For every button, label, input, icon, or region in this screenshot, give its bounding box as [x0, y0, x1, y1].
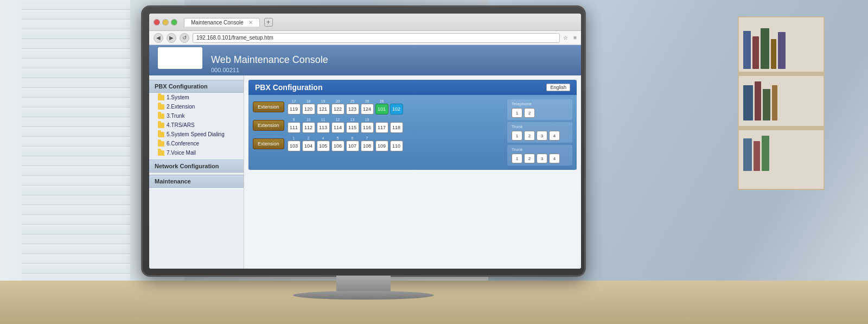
book [761, 28, 769, 69]
blind-line [22, 215, 130, 225]
trunk2-num-3[interactable]: 3 [537, 154, 547, 163]
num-label: 17 [292, 99, 296, 103]
blind-line [22, 244, 130, 254]
num-box[interactable]: 118 [390, 122, 403, 133]
sidebar-item-label: 3.Trunk [167, 113, 185, 119]
sidebar-item-conference[interactable]: 6.Conference [149, 139, 244, 148]
sidebar-section-pbx: PBX Configuration 1.System 2.Extension 3… [149, 80, 244, 157]
num-box[interactable]: 104 [302, 141, 315, 151]
extension-row-3: Extension 1 103 2 104 [253, 136, 504, 151]
sidebar-item-system[interactable]: 1.System [149, 93, 244, 102]
num-cell: 110 [390, 140, 403, 151]
num-box[interactable]: 124 [361, 104, 374, 115]
num-cell: 18 120 [302, 99, 315, 115]
browser-chrome: Maintenance Console ✕ + [149, 14, 581, 31]
address-bar[interactable]: 192.168.0.101/frame_setup.htm [193, 33, 560, 43]
trunk2-num-4[interactable]: 4 [549, 154, 560, 163]
close-btn[interactable] [154, 19, 160, 26]
sidebar-header-pbx[interactable]: PBX Configuration [149, 80, 244, 93]
telephone-section: Telephone 1 2 [507, 99, 572, 120]
blind-line [22, 176, 130, 186]
num-cell: 26 124 [361, 99, 374, 115]
num-label: 20 [336, 99, 340, 103]
num-box[interactable]: 109 [375, 141, 388, 151]
trunk-label-1: Trunk [512, 124, 568, 129]
num-cell: 19 116 [361, 118, 374, 133]
sidebar-header-maintenance[interactable]: Maintenance [149, 175, 244, 188]
forward-button[interactable]: ▶ [167, 33, 176, 43]
num-label: 4 [322, 136, 324, 140]
menu-icon[interactable]: ≡ [573, 35, 577, 41]
num-box[interactable]: 121 [317, 104, 330, 115]
right-side-panels: Telephone 1 2 Trunk [507, 99, 572, 166]
num-box[interactable]: 111 [288, 122, 301, 133]
sidebar-item-extension[interactable]: 2.Extension [149, 102, 244, 111]
hts-title: Web Maintenance Console [211, 54, 328, 66]
browser-tab[interactable]: Maintenance Console ✕ [184, 18, 260, 27]
blind-line [22, 254, 130, 264]
trunk-num-4[interactable]: 4 [549, 131, 560, 141]
num-box[interactable]: 119 [288, 104, 301, 115]
trunk-section-1: Trunk 1 2 3 4 [507, 122, 572, 143]
num-label: 19 [365, 118, 369, 122]
telephone-label: Telephone [512, 101, 568, 106]
num-label: 7 [366, 136, 368, 140]
sidebar-item-speed-dialing[interactable]: 5.System Speed Dialing [149, 130, 244, 139]
num-box[interactable]: 113 [317, 122, 330, 133]
sidebar-header-network[interactable]: Network Configuration [149, 160, 244, 173]
sidebar-item-trs[interactable]: 4.TRS/ARS [149, 120, 244, 130]
num-box[interactable]: 115 [346, 122, 359, 133]
monitor: Maintenance Console ✕ + ◀ ▶ ↺ 192.168.0.… [141, 5, 586, 309]
num-box[interactable]: 110 [390, 141, 403, 151]
extension-button-2[interactable]: Extension [253, 120, 284, 131]
trunk-num-2[interactable]: 2 [524, 131, 535, 141]
num-cell: 102 [390, 103, 403, 115]
sidebar-item-label: 1.System [167, 94, 189, 100]
num-box-highlighted[interactable]: 101 [375, 104, 388, 115]
num-box[interactable]: 107 [346, 141, 359, 151]
num-box[interactable]: 116 [361, 122, 374, 133]
pbx-config-header: PBX Configuration English [248, 80, 577, 95]
telephone-num-2[interactable]: 2 [524, 108, 535, 118]
shelf [739, 126, 824, 130]
trunk2-num-2[interactable]: 2 [524, 154, 535, 163]
folder-icon [158, 132, 164, 137]
num-box[interactable]: 117 [375, 122, 388, 133]
extension-row-2: Extension 9 111 10 112 [253, 118, 504, 133]
back-button[interactable]: ◀ [154, 33, 163, 43]
trunk-num-3[interactable]: 3 [537, 131, 547, 141]
num-box[interactable]: 108 [361, 141, 374, 151]
num-box[interactable]: 114 [331, 122, 344, 133]
blind-line [22, 147, 130, 156]
num-label: 11 [321, 118, 326, 122]
extension-button-3[interactable]: Extension [253, 138, 284, 149]
trunk-num-1[interactable]: 1 [512, 131, 522, 141]
refresh-button[interactable]: ↺ [180, 33, 189, 43]
sidebar-item-label: 2.Extension [167, 104, 195, 110]
extension-button-1[interactable]: Extension [253, 101, 284, 112]
pbx-title: PBX Configuration [255, 83, 322, 92]
num-box[interactable]: 123 [346, 104, 359, 115]
english-button[interactable]: English [546, 84, 570, 91]
num-label: 12 [336, 118, 340, 122]
blind-line [22, 205, 130, 215]
sidebar-item-voicemail[interactable]: 7.Voice Mail [149, 148, 244, 157]
sidebar-item-trunk[interactable]: 3.Trunk [149, 111, 244, 120]
num-box[interactable]: 120 [302, 104, 315, 115]
num-box-highlighted2[interactable]: 102 [390, 104, 403, 115]
num-box[interactable]: 122 [331, 104, 344, 115]
folder-icon [158, 113, 164, 119]
num-box[interactable]: 105 [317, 141, 330, 151]
book [754, 141, 760, 171]
new-tab-button[interactable]: + [264, 18, 273, 27]
telephone-num-1[interactable]: 1 [512, 108, 522, 118]
trunk2-num-1[interactable]: 1 [512, 154, 522, 163]
num-box[interactable]: 112 [302, 122, 315, 133]
num-box[interactable]: 106 [331, 141, 344, 151]
num-box[interactable]: 103 [288, 141, 301, 151]
minimize-btn[interactable] [162, 19, 169, 26]
folder-icon [158, 95, 164, 100]
num-group-3: 1 103 2 104 4 [288, 136, 403, 151]
maximize-btn[interactable] [171, 19, 177, 26]
bookmark-icon[interactable]: ☆ [563, 35, 568, 41]
